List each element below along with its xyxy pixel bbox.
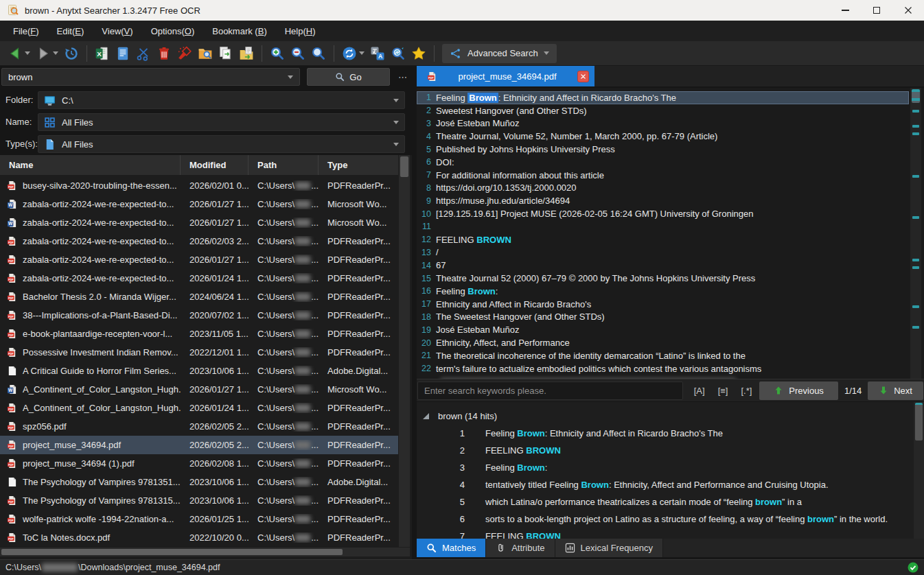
preview-line[interactable]: 10[129.125.19.61] Project MUSE (2026-02-…: [417, 207, 909, 220]
zoom-in-button[interactable]: [267, 43, 288, 64]
preview-line[interactable]: 22term's failure to actualize embodied p…: [417, 362, 909, 375]
menu-item-view[interactable]: View(V): [93, 23, 141, 40]
document-tab[interactable]: PDF project_muse_34694.pdf: [417, 66, 594, 86]
file-row[interactable]: PDFzabala-ortiz-2024-we-re-expected-to..…: [0, 250, 398, 269]
result-item[interactable]: 1Feeling Brown: Ethnicity and Affect in …: [417, 425, 924, 442]
advanced-search-button[interactable]: Advanced Search: [442, 44, 557, 63]
preview-line[interactable]: 16Feeling Brown:: [417, 285, 909, 298]
menu-item-bookmark[interactable]: Bookmark (B): [203, 23, 275, 40]
preview-line[interactable]: 7For additional information about this a…: [417, 169, 909, 182]
preview-line[interactable]: 3José Esteban Muñoz: [417, 117, 909, 130]
search-input[interactable]: brown: [1, 68, 300, 86]
tab-matches[interactable]: Matches: [417, 539, 486, 557]
chevron-down-icon[interactable]: [393, 121, 399, 124]
file-row[interactable]: Wzabala-ortiz-2024-we-re-expected-to...2…: [0, 195, 398, 213]
go-button[interactable]: Go: [307, 68, 390, 86]
file-row[interactable]: PDFspz056.pdf2026/02/05 2...C:\Users\...…: [0, 417, 398, 436]
results-group-header[interactable]: brown (14 hits): [417, 402, 924, 425]
tab-lexical-frequency[interactable]: Lexical Frequency: [555, 539, 664, 557]
delete-button[interactable]: [154, 43, 174, 64]
tab-close-button[interactable]: [577, 71, 589, 82]
preview-line[interactable]: 8https://doi.org/10.1353/tj.2000.0020: [417, 182, 909, 195]
column-header-name[interactable]: Name: [0, 155, 181, 175]
preview-line[interactable]: 17Ethnicity and Affect in Ricardo Bracho…: [417, 298, 909, 311]
chevron-down-icon[interactable]: [25, 51, 30, 55]
preview-line[interactable]: 9https://muse.jhu.edu/article/34694: [417, 194, 909, 207]
result-item[interactable]: 7FEELING BROWN: [417, 528, 924, 539]
preview-scrollbar[interactable]: [910, 88, 921, 379]
preview-line[interactable]: 20Ethnicity, Affect, and Performance: [417, 336, 909, 349]
export-file-button[interactable]: [236, 43, 257, 64]
match-case-toggle[interactable]: [A]: [692, 386, 706, 396]
preview-line[interactable]: 5Published by Johns Hopkins University P…: [417, 143, 909, 156]
preview-line[interactable]: 12FEELING BROWN: [417, 233, 909, 246]
preview-line[interactable]: 4Theatre Journal, Volume 52, Number 1, M…: [417, 130, 909, 143]
result-item[interactable]: 3Feeling Brown:: [417, 459, 924, 476]
sync-index-button[interactable]: [339, 43, 367, 64]
file-row[interactable]: PDFbusey-silva-2020-troubling-the-essen.…: [0, 176, 398, 195]
zoom-reset-button[interactable]: [308, 43, 329, 64]
find-input[interactable]: [417, 382, 683, 400]
file-row[interactable]: PDF38---Implications-of-a-Plant-Based-Di…: [0, 306, 398, 325]
favorites-button[interactable]: [408, 43, 429, 64]
file-row[interactable]: The Psychology of Vampires 9781351...202…: [0, 473, 398, 491]
file-table-vscrollbar[interactable]: [399, 155, 410, 547]
search-settings-button[interactable]: [388, 43, 408, 64]
chevron-down-icon[interactable]: [393, 99, 399, 102]
preview-line[interactable]: 21The theoretical incoherence of the ide…: [417, 349, 909, 362]
maximize-button[interactable]: [861, 0, 892, 21]
file-row[interactable]: PDFThe Psychology of Vampires 9781315...…: [0, 491, 398, 510]
file-table-vscrollbar-thumb[interactable]: [400, 156, 408, 177]
filter-dropdown[interactable]: C:\: [38, 91, 405, 109]
export-document-button[interactable]: [113, 43, 133, 64]
forward-button[interactable]: [33, 43, 61, 64]
result-item[interactable]: 6sorts to a book-length project on Latin…: [417, 511, 924, 528]
file-row[interactable]: A Critical Guide to Horror Film Series..…: [0, 362, 398, 380]
close-button[interactable]: [892, 0, 924, 21]
zoom-out-button[interactable]: [288, 43, 308, 64]
column-header-modified[interactable]: Modified: [181, 155, 249, 175]
regex-toggle[interactable]: [.*]: [739, 386, 754, 396]
previous-button[interactable]: Previous: [759, 382, 838, 400]
collapse-triangle-icon[interactable]: [423, 413, 429, 419]
file-table-hscrollbar[interactable]: [0, 548, 410, 556]
minimize-button[interactable]: [829, 0, 861, 21]
preview-line[interactable]: 19José Esteban Muñoz: [417, 323, 909, 336]
chevron-down-icon[interactable]: [393, 143, 399, 146]
chevron-down-icon[interactable]: [544, 51, 549, 55]
file-row[interactable]: WA_Continent_of_Color_Langston_Hugh...20…: [0, 380, 398, 399]
column-header-path[interactable]: Path: [249, 155, 319, 175]
preview-line[interactable]: 18The Sweetest Hangover (and Other STDs): [417, 311, 909, 324]
preview-line[interactable]: 15Theatre Journal 52 (2000) 67–79 © 2000…: [417, 272, 909, 285]
back-button[interactable]: [5, 43, 33, 64]
export-excel-button[interactable]: X: [92, 43, 113, 64]
file-row[interactable]: PDFBachelor Thesis 2.0 - Miranda Wijger.…: [0, 288, 398, 306]
chevron-down-icon[interactable]: [53, 51, 58, 55]
file-row[interactable]: PDFToC la Notes.docx.pdf2022/10/20 0...C…: [0, 528, 398, 547]
filter-dropdown[interactable]: All Files: [38, 135, 405, 153]
result-item[interactable]: 5which Latina/o performance theatricaliz…: [417, 493, 924, 511]
file-table-hscrollbar-thumb[interactable]: [1, 549, 343, 555]
preview-line[interactable]: 1467: [417, 259, 909, 272]
menu-item-options[interactable]: Options(O): [142, 23, 204, 40]
menu-item-edit[interactable]: Edit(E): [48, 23, 93, 40]
file-row[interactable]: PDFproject_muse_34694 (1).pdf2026/02/08 …: [0, 454, 398, 473]
preview-scrollbar-thumb[interactable]: [912, 89, 920, 103]
menu-item-help[interactable]: Help(H): [276, 23, 325, 40]
whole-word-toggle[interactable]: [≡]: [715, 386, 730, 396]
open-folder-button[interactable]: [195, 43, 216, 64]
filter-dropdown[interactable]: All Files: [38, 113, 405, 131]
file-row[interactable]: PDFe-book-plantaardige-recepten-voor-l..…: [0, 325, 398, 343]
translate-button[interactable]: A: [367, 43, 388, 64]
clean-button[interactable]: [174, 43, 195, 64]
result-item[interactable]: 2FEELING BROWN: [417, 442, 924, 459]
preview-line[interactable]: 13/: [417, 246, 909, 259]
file-row[interactable]: PDFwolfe-patrick wolfe -1994-22nation-a.…: [0, 510, 398, 528]
preview-line[interactable]: 11: [417, 220, 909, 233]
preview-pane[interactable]: 1Feeling Brown: Ethnicity and Affect in …: [417, 88, 924, 379]
preview-line[interactable]: 2Sweetest Hangover (and Other STDs): [417, 104, 909, 117]
chevron-down-icon[interactable]: [288, 75, 293, 79]
file-row[interactable]: Wzabala-ortiz-2024-we-re-expected-to...2…: [0, 213, 398, 232]
results-scrollbar[interactable]: [914, 402, 924, 539]
tab-attribute[interactable]: Attribute: [486, 539, 555, 557]
